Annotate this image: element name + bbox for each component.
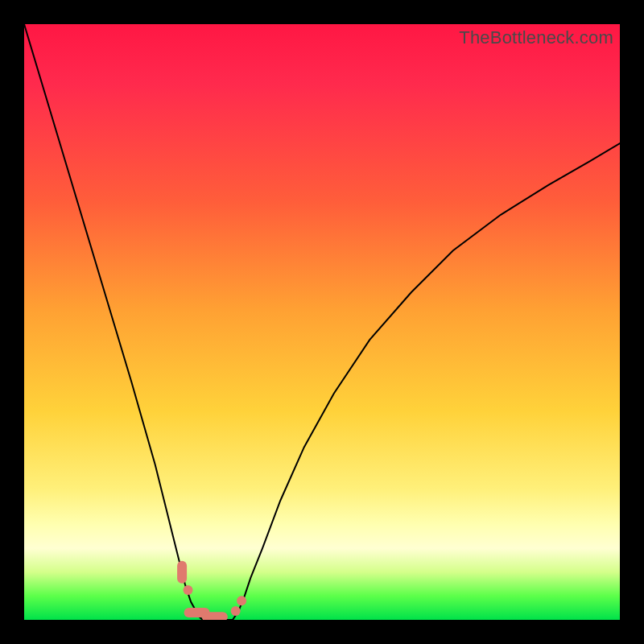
curve-marker: [237, 596, 246, 605]
curve-marker: [184, 585, 193, 595]
plot-area: TheBottleneck.com: [24, 24, 620, 620]
marker-group: [177, 561, 246, 620]
curve-marker: [202, 612, 228, 620]
curve-marker: [231, 606, 241, 616]
watermark-text: TheBottleneck.com: [459, 27, 613, 48]
curve-right-branch: [233, 143, 620, 620]
curve-left-branch: [24, 24, 203, 620]
bottleneck-curve: [24, 24, 620, 620]
curve-marker: [184, 608, 210, 617]
curve-marker: [177, 561, 187, 584]
outer-frame: TheBottleneck.com: [0, 0, 644, 644]
